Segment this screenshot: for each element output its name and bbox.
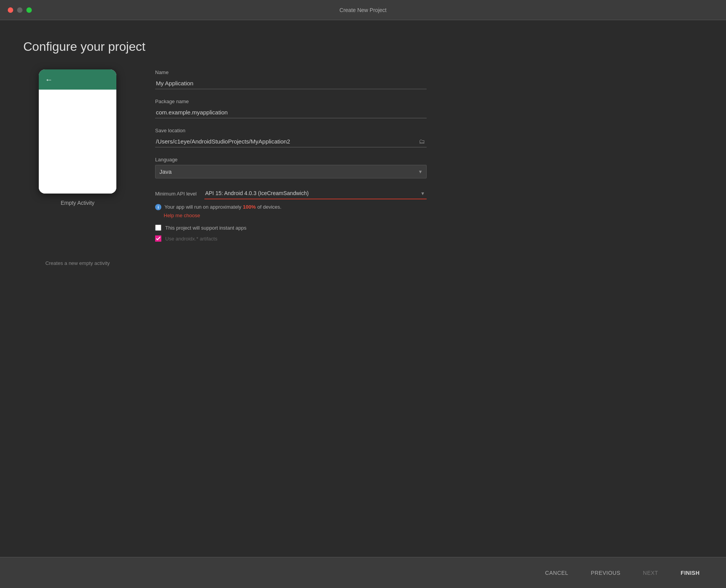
api-info-text: i Your app will run on approximately 100… xyxy=(155,204,427,210)
language-select-wrapper: Java Kotlin ▼ xyxy=(155,165,427,178)
info-text-after: of devices. xyxy=(258,204,282,210)
name-label: Name xyxy=(155,69,427,75)
language-field: Language Java Kotlin ▼ xyxy=(155,157,427,178)
info-text-before: Your app will run on approximately xyxy=(164,204,241,210)
next-button[interactable]: NEXT xyxy=(632,565,669,581)
package-name-field: Package name xyxy=(155,99,427,118)
min-api-select[interactable]: API 15: Android 4.0.3 (IceCreamSandwich)… xyxy=(204,188,427,199)
main-content: Configure your project ← Empty Activity … xyxy=(0,20,726,588)
name-input[interactable] xyxy=(155,78,427,89)
cancel-button[interactable]: CANCEL xyxy=(534,565,579,581)
maximize-button[interactable] xyxy=(26,7,32,13)
androidx-row: Use androidx.* artifacts xyxy=(155,235,427,242)
right-panel: Name Package name Save location 🗂 xyxy=(155,69,427,588)
androidx-checkbox[interactable] xyxy=(155,235,161,242)
activity-label: Empty Activity xyxy=(60,200,94,206)
minimize-button[interactable] xyxy=(17,7,22,13)
phone-preview: ← xyxy=(39,69,116,194)
save-location-input[interactable] xyxy=(155,136,427,147)
package-name-input[interactable] xyxy=(155,107,427,118)
min-api-label: Minimum API level xyxy=(155,191,197,197)
language-select[interactable]: Java Kotlin xyxy=(155,165,427,178)
activity-description: Creates a new empty activity xyxy=(45,260,110,266)
min-api-select-wrapper: API 15: Android 4.0.3 (IceCreamSandwich)… xyxy=(204,188,427,199)
close-button[interactable] xyxy=(8,7,13,13)
save-location-wrapper: 🗂 xyxy=(155,136,427,147)
previous-button[interactable]: PREVIOUS xyxy=(580,565,631,581)
page-title: Configure your project xyxy=(23,40,703,54)
bottom-bar: CANCEL PREVIOUS NEXT FINISH xyxy=(0,557,726,588)
content-area: ← Empty Activity Creates a new empty act… xyxy=(23,69,703,588)
help-choose-link[interactable]: Help me choose xyxy=(164,213,427,218)
instant-apps-row: This project will support instant apps xyxy=(155,225,427,231)
window-title: Create New Project xyxy=(339,7,386,13)
left-panel: ← Empty Activity Creates a new empty act… xyxy=(23,69,132,588)
min-api-row: Minimum API level API 15: Android 4.0.3 … xyxy=(155,188,427,199)
save-location-label: Save location xyxy=(155,128,427,133)
phone-header: ← xyxy=(39,69,116,90)
title-bar: Create New Project xyxy=(0,0,726,20)
finish-button[interactable]: FINISH xyxy=(670,565,710,581)
phone-body xyxy=(39,90,116,194)
instant-apps-label: This project will support instant apps xyxy=(165,225,247,231)
folder-icon[interactable]: 🗂 xyxy=(419,138,425,145)
save-location-field: Save location 🗂 xyxy=(155,128,427,147)
package-name-label: Package name xyxy=(155,99,427,104)
androidx-label: Use androidx.* artifacts xyxy=(165,236,217,242)
info-icon: i xyxy=(155,204,161,210)
language-label: Language xyxy=(155,157,427,163)
coverage-percentage: 100% xyxy=(243,204,256,210)
instant-apps-checkbox[interactable] xyxy=(155,225,161,231)
name-field: Name xyxy=(155,69,427,89)
back-arrow-icon: ← xyxy=(45,75,53,84)
traffic-lights xyxy=(8,7,32,13)
